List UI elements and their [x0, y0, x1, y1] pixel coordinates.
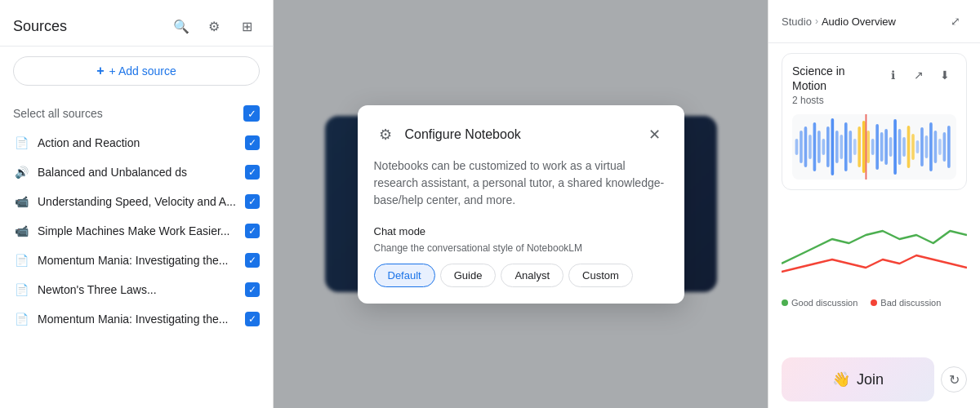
expand-button[interactable]: ⤢ — [944, 10, 967, 33]
discussion-chart-svg — [782, 206, 967, 288]
source-item[interactable]: 📄 Newton's Three Laws... ✓ — [0, 275, 273, 304]
svg-rect-15 — [862, 121, 866, 173]
source-name: Newton's Three Laws... — [38, 283, 237, 296]
refresh-button[interactable]: ↻ — [941, 366, 967, 392]
source-checkbox[interactable]: ✓ — [245, 165, 260, 180]
close-icon: ✕ — [648, 126, 661, 144]
search-icon: 🔍 — [173, 19, 189, 34]
breadcrumb-current: Audio Overview — [822, 16, 896, 28]
svg-rect-32 — [938, 139, 942, 155]
chart-legend: Good discussion Bad discussion — [782, 298, 967, 308]
svg-rect-29 — [925, 135, 929, 158]
source-type-icon: 📄 — [13, 135, 29, 151]
add-source-button[interactable]: + + Add source — [13, 56, 260, 86]
search-button[interactable]: 🔍 — [168, 13, 194, 39]
expand-icon: ⤢ — [951, 15, 960, 28]
source-type-icon: 📄 — [13, 311, 29, 327]
source-item[interactable]: 📹 Simple Machines Make Work Easier... ✓ — [0, 216, 273, 246]
modal-title: Configure Notebook — [405, 127, 521, 142]
check-icon: ✓ — [247, 108, 256, 120]
svg-rect-20 — [884, 129, 888, 165]
source-name: Momentum Mania: Investigating the... — [38, 254, 237, 267]
svg-rect-21 — [889, 137, 893, 157]
source-name: Momentum Mania: Investigating the... — [38, 313, 237, 326]
source-item[interactable]: 🔊 Balanced and Unbalanced ds ✓ — [0, 157, 273, 187]
join-button[interactable]: 👋 Join — [782, 357, 934, 401]
breadcrumb: Studio › Audio Overview — [782, 16, 896, 28]
svg-rect-12 — [849, 131, 852, 163]
source-checkbox[interactable]: ✓ — [245, 135, 260, 150]
source-type-icon: 📹 — [13, 193, 29, 210]
join-emoji: 👋 — [832, 370, 850, 388]
select-all-checkbox[interactable]: ✓ — [243, 105, 260, 122]
svg-rect-26 — [911, 134, 915, 160]
source-item[interactable]: 📄 Momentum Mania: Investigating the... ✓ — [0, 246, 273, 275]
join-label: Join — [857, 371, 884, 388]
source-name: Action and Reaction — [38, 136, 237, 149]
svg-rect-10 — [840, 135, 843, 159]
right-panel-header: Studio › Audio Overview ⤢ — [768, 0, 980, 43]
podcast-hosts: 2 hosts — [792, 95, 875, 106]
legend-good-label: Good discussion — [791, 298, 858, 308]
source-name: Simple Machines Make Work Easier... — [38, 224, 237, 237]
podcast-info-button[interactable]: ℹ — [881, 64, 904, 86]
configure-icon: ⚙ — [374, 123, 397, 146]
right-panel: Studio › Audio Overview ⤢ Science in Mot… — [768, 0, 980, 408]
source-item[interactable]: 📄 Momentum Mania: Investigating the... ✓ — [0, 304, 273, 334]
info-icon: ℹ — [891, 69, 895, 82]
legend-good: Good discussion — [782, 298, 858, 308]
svg-rect-8 — [831, 118, 835, 175]
chat-mode-button-guide[interactable]: Guide — [440, 264, 497, 287]
svg-rect-19 — [880, 132, 884, 162]
podcast-share-button[interactable]: ↗ — [907, 64, 930, 86]
source-item[interactable]: 📄 Action and Reaction ✓ — [0, 128, 273, 157]
svg-rect-33 — [943, 132, 947, 162]
podcast-row: Science in Motion 2 hosts ℹ ↗ ⬇ — [792, 64, 956, 106]
source-items-container: 📄 Action and Reaction ✓ 🔊 Balanced and U… — [0, 128, 273, 334]
source-checkbox[interactable]: ✓ — [245, 194, 260, 209]
waveform-svg — [792, 114, 956, 180]
podcast-download-button[interactable]: ⬇ — [933, 64, 956, 86]
svg-rect-17 — [871, 139, 875, 155]
svg-rect-6 — [822, 139, 826, 155]
select-all-row[interactable]: Select all sources ✓ — [0, 99, 273, 128]
join-row: 👋 Join ↻ — [768, 357, 980, 408]
source-checkbox[interactable]: ✓ — [245, 253, 260, 268]
chat-mode-label: Chat mode — [374, 225, 668, 237]
podcast-title: Science in Motion — [792, 64, 875, 93]
filter-button[interactable]: ⚙ — [201, 13, 227, 39]
svg-rect-14 — [858, 126, 861, 167]
source-checkbox[interactable]: ✓ — [245, 282, 260, 297]
source-type-icon: 📄 — [13, 282, 29, 298]
middle-area: NotebookLM Plus ⚙ Configure Notebook ✕ N… — [274, 0, 768, 408]
sources-panel: Sources 🔍 ⚙ ⊞ + + Add source Select all … — [0, 0, 274, 408]
chat-mode-button-analyst[interactable]: Analyst — [501, 264, 564, 287]
plus-icon: + — [96, 64, 104, 78]
discussion-chart-area: Good discussion Bad discussion — [768, 200, 980, 357]
svg-rect-9 — [835, 131, 839, 163]
source-checkbox[interactable]: ✓ — [245, 224, 260, 238]
svg-rect-4 — [813, 122, 817, 171]
download-icon: ⬇ — [940, 69, 950, 82]
svg-rect-28 — [920, 127, 924, 166]
legend-bad-dot — [871, 299, 877, 306]
svg-rect-30 — [929, 122, 933, 171]
svg-rect-13 — [853, 139, 857, 155]
grid-button[interactable]: ⊞ — [234, 13, 260, 39]
source-name: Balanced and Unbalanced ds — [38, 166, 237, 179]
svg-rect-31 — [934, 131, 938, 163]
source-item[interactable]: 📹 Understanding Speed, Velocity and A...… — [0, 187, 273, 216]
chat-mode-button-default[interactable]: Default — [374, 264, 435, 287]
sources-header: Sources 🔍 ⚙ ⊞ — [0, 0, 273, 47]
svg-rect-7 — [826, 126, 830, 167]
source-checkbox[interactable]: ✓ — [245, 312, 260, 326]
svg-rect-18 — [875, 124, 879, 170]
svg-rect-23 — [898, 129, 902, 165]
svg-rect-34 — [947, 126, 951, 168]
chat-mode-buttons: DefaultGuideAnalystCustom — [374, 264, 668, 287]
modal-close-button[interactable]: ✕ — [642, 122, 668, 148]
chat-mode-button-custom[interactable]: Custom — [568, 264, 633, 287]
sources-header-icons: 🔍 ⚙ ⊞ — [168, 13, 260, 39]
legend-bad: Bad discussion — [871, 298, 941, 308]
svg-rect-2 — [804, 126, 808, 167]
